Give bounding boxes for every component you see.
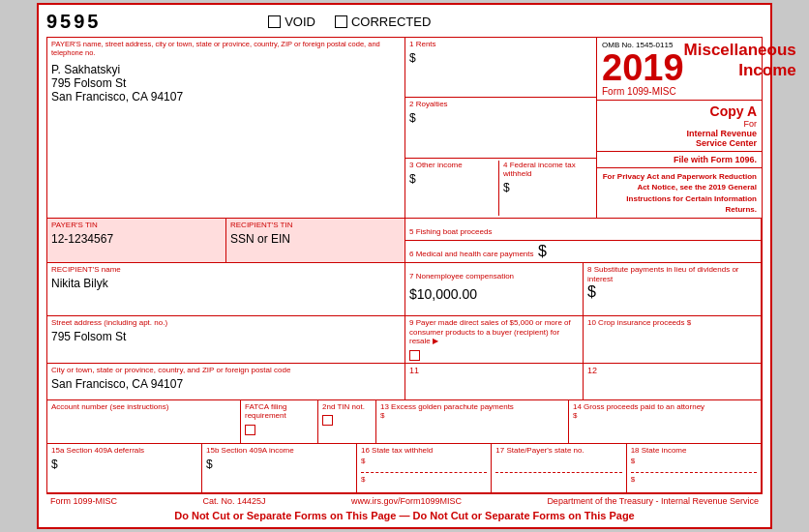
box11: 11 bbox=[405, 364, 584, 399]
box3-box4-row: 3 Other income $ 4 Federal income tax wi… bbox=[405, 159, 596, 218]
box7-nonemployee: 7 Nonemployee compensation $10,000.00 bbox=[405, 263, 584, 315]
file-with-label: File with Form 1096. bbox=[602, 155, 757, 164]
box15a-value: $ bbox=[51, 458, 197, 471]
payer-address-label: PAYER'S name, street address, city or to… bbox=[51, 40, 401, 57]
form-header: 9595 VOID CORRECTED bbox=[46, 11, 763, 33]
box16-val2: $ bbox=[361, 475, 365, 484]
right-info-col: OMB No. 1545-0115 2019 Form 1099-MISC Mi… bbox=[597, 38, 762, 218]
street-value: 795 Folsom St bbox=[51, 330, 401, 343]
street-label: Street address (including apt. no.) bbox=[51, 318, 167, 327]
payer-tin-value: 12-1234567 bbox=[51, 232, 222, 246]
box8-substitute: 8 Substitute payments in lieu of dividen… bbox=[584, 263, 761, 315]
year-display: 2019 bbox=[602, 49, 684, 86]
box18-val1-row: $ bbox=[631, 455, 757, 473]
box10-crop: 10 Crop insurance proceeds $ bbox=[584, 316, 761, 363]
form-name-small: Form 1099-MISC bbox=[602, 86, 684, 97]
box16-val1-row: $ bbox=[361, 455, 487, 473]
tin2nd-cell: 2nd TIN not. bbox=[318, 400, 376, 443]
footer-url: www.irs.gov/Form1099MISC bbox=[351, 496, 462, 506]
copy-dest: Internal Revenue bbox=[602, 129, 757, 138]
omb-year-left: OMB No. 1545-0115 2019 Form 1099-MISC bbox=[602, 41, 684, 97]
recipient-row: RECIPIENT'S name Nikita Bilyk 7 Nonemplo… bbox=[47, 263, 762, 316]
omb-year-section: OMB No. 1545-0115 2019 Form 1099-MISC Mi… bbox=[597, 38, 762, 101]
title-line1: Miscellaneous bbox=[684, 41, 796, 60]
account-label: Account number (see instructions) bbox=[51, 402, 168, 411]
recipient-tin-cell: RECIPIENT'S TIN SSN or EIN bbox=[226, 219, 405, 262]
box6-medical: 6 Medical and health care payments $ bbox=[405, 241, 761, 262]
box2-value: $ bbox=[409, 111, 592, 125]
box14-value: $ bbox=[573, 411, 577, 420]
payer-tin-label: PAYER'S TIN bbox=[51, 221, 98, 229]
box2-label: 2 Royalties bbox=[409, 100, 448, 108]
payer-name: P. Sakhatskyi bbox=[51, 63, 401, 76]
box4-value: $ bbox=[503, 181, 592, 194]
account-cell: Account number (see instructions) bbox=[47, 400, 241, 443]
box3-value: $ bbox=[409, 172, 498, 186]
box1-rents: 1 Rents $ bbox=[405, 38, 596, 98]
form-1099-misc: 9595 VOID CORRECTED PAYER'S name, street… bbox=[37, 3, 772, 529]
recipient-tin-value: SSN or EIN bbox=[230, 232, 401, 246]
street-row: Street address (including apt. no.) 795 … bbox=[47, 316, 762, 364]
street-address-cell: Street address (including apt. no.) 795 … bbox=[47, 316, 405, 363]
box4-label: 4 Federal income tax withheld bbox=[503, 161, 576, 178]
tin-row: PAYER'S TIN 12-1234567 RECIPIENT'S TIN S… bbox=[47, 219, 762, 263]
copy-label: Copy A bbox=[602, 103, 757, 119]
city-label: City or town, state or province, country… bbox=[51, 366, 290, 374]
corrected-checkbox[interactable] bbox=[335, 15, 347, 28]
box8-value: $ bbox=[587, 283, 596, 300]
box6-label: 6 Medical and health care payments bbox=[409, 250, 534, 258]
box14-label: 14 Gross proceeds paid to an attorney bbox=[573, 402, 757, 412]
corrected-label: CORRECTED bbox=[351, 15, 431, 29]
fatca-cell: FATCA filing requirement bbox=[241, 400, 318, 443]
box16-label: 16 State tax withheld bbox=[361, 446, 487, 455]
box18-state-income: 18 State income $ $ bbox=[627, 444, 762, 492]
corrected-checkbox-item[interactable]: CORRECTED bbox=[335, 15, 431, 29]
privacy-text: For Privacy Act and Paperwork Reduction … bbox=[602, 171, 757, 215]
box16-state-tax: 16 State tax withheld $ $ bbox=[357, 444, 492, 492]
box13-label: 13 Excess golden parachute payments bbox=[380, 402, 564, 412]
box9-label: 9 Payer made direct sales of $5,000 or m… bbox=[409, 318, 579, 346]
void-label: VOID bbox=[285, 15, 315, 29]
box16-val1: $ bbox=[361, 457, 365, 465]
box15a-cell: 15a Section 409A deferrals $ bbox=[47, 444, 202, 492]
box5-fishing: 5 Fishing boat proceeds bbox=[405, 219, 761, 241]
box7-value: $10,000.00 bbox=[409, 286, 579, 302]
box17-val2-row bbox=[495, 473, 621, 490]
box17-val1-row bbox=[495, 455, 621, 473]
box18-val1: $ bbox=[631, 457, 635, 465]
box8-label: 8 Substitute payments in lieu of dividen… bbox=[587, 265, 757, 283]
do-not-cut-bar: Do Not Cut or Separate Forms on This Pag… bbox=[46, 508, 763, 523]
privacy-section: For Privacy Act and Paperwork Reduction … bbox=[597, 168, 762, 218]
box18-val2: $ bbox=[631, 475, 635, 484]
city-row: City or town, state or province, country… bbox=[47, 364, 762, 400]
copy-for: For bbox=[602, 119, 757, 129]
box3-other-income: 3 Other income $ bbox=[409, 161, 499, 216]
payer-row: PAYER'S name, street address, city or to… bbox=[47, 38, 762, 219]
box1-label: 1 Rents bbox=[409, 40, 436, 48]
void-checkbox-item[interactable]: VOID bbox=[268, 15, 315, 29]
title-line2: Income bbox=[684, 61, 796, 80]
void-checkbox[interactable] bbox=[268, 15, 281, 28]
box6-value: $ bbox=[538, 243, 547, 259]
footer-cat: Cat. No. 14425J bbox=[202, 496, 265, 506]
tin2nd-checkbox[interactable] bbox=[322, 415, 333, 426]
box13-box14-col: 13 Excess golden parachute payments $ 14… bbox=[376, 400, 762, 443]
box15b-value: $ bbox=[206, 458, 352, 471]
box17-state-no: 17 State/Payer's state no. bbox=[492, 444, 626, 492]
box13-value: $ bbox=[380, 411, 384, 420]
payer-info: P. Sakhatskyi 795 Folsom St San Francisc… bbox=[51, 63, 401, 103]
box11-box12-col: 11 12 bbox=[405, 364, 762, 399]
box5-box6-col: 5 Fishing boat proceeds 6 Medical and he… bbox=[405, 219, 762, 262]
box5-label: 5 Fishing boat proceeds bbox=[409, 227, 492, 236]
box10-value: $ bbox=[687, 318, 691, 327]
recipient-name-label: RECIPIENT'S name bbox=[51, 265, 121, 274]
box12-label: 12 bbox=[587, 366, 597, 375]
box4-federal-tax: 4 Federal income tax withheld $ bbox=[503, 161, 592, 216]
box10-label: 10 Crop insurance proceeds bbox=[587, 318, 685, 327]
box9-checkbox[interactable] bbox=[409, 350, 420, 361]
box15b-cell: 15b Section 409A income $ bbox=[202, 444, 357, 492]
footer-dept: Department of the Treasury - Internal Re… bbox=[547, 496, 759, 506]
fatca-checkbox[interactable] bbox=[245, 425, 255, 435]
city-cell: City or town, state or province, country… bbox=[47, 364, 405, 399]
title-section: Miscellaneous Income bbox=[684, 41, 796, 80]
